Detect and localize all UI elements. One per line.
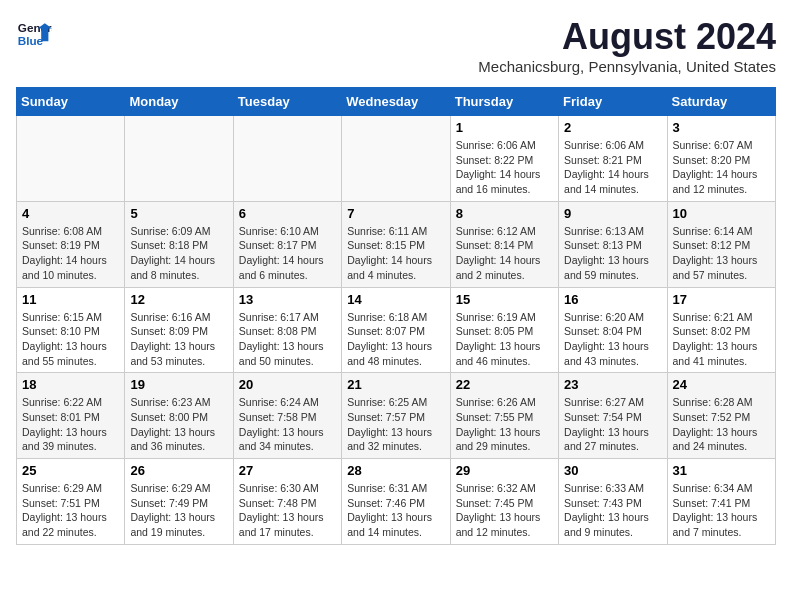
month-year: August 2024 bbox=[478, 16, 776, 58]
calendar-cell: 30Sunrise: 6:33 AMSunset: 7:43 PMDayligh… bbox=[559, 459, 667, 545]
calendar-cell bbox=[342, 116, 450, 202]
calendar-cell: 4Sunrise: 6:08 AMSunset: 8:19 PMDaylight… bbox=[17, 201, 125, 287]
day-number: 7 bbox=[347, 206, 444, 221]
title-area: August 2024 Mechanicsburg, Pennsylvania,… bbox=[478, 16, 776, 75]
day-number: 3 bbox=[673, 120, 770, 135]
day-info: Sunrise: 6:07 AMSunset: 8:20 PMDaylight:… bbox=[673, 138, 770, 197]
day-info: Sunrise: 6:17 AMSunset: 8:08 PMDaylight:… bbox=[239, 310, 336, 369]
day-info: Sunrise: 6:11 AMSunset: 8:15 PMDaylight:… bbox=[347, 224, 444, 283]
day-number: 26 bbox=[130, 463, 227, 478]
day-info: Sunrise: 6:30 AMSunset: 7:48 PMDaylight:… bbox=[239, 481, 336, 540]
calendar-week-5: 25Sunrise: 6:29 AMSunset: 7:51 PMDayligh… bbox=[17, 459, 776, 545]
day-number: 23 bbox=[564, 377, 661, 392]
day-header-saturday: Saturday bbox=[667, 88, 775, 116]
calendar-cell: 12Sunrise: 6:16 AMSunset: 8:09 PMDayligh… bbox=[125, 287, 233, 373]
day-info: Sunrise: 6:15 AMSunset: 8:10 PMDaylight:… bbox=[22, 310, 119, 369]
day-info: Sunrise: 6:24 AMSunset: 7:58 PMDaylight:… bbox=[239, 395, 336, 454]
calendar-cell: 13Sunrise: 6:17 AMSunset: 8:08 PMDayligh… bbox=[233, 287, 341, 373]
day-info: Sunrise: 6:31 AMSunset: 7:46 PMDaylight:… bbox=[347, 481, 444, 540]
day-info: Sunrise: 6:12 AMSunset: 8:14 PMDaylight:… bbox=[456, 224, 553, 283]
calendar-table: SundayMondayTuesdayWednesdayThursdayFrid… bbox=[16, 87, 776, 545]
calendar-cell: 14Sunrise: 6:18 AMSunset: 8:07 PMDayligh… bbox=[342, 287, 450, 373]
day-number: 20 bbox=[239, 377, 336, 392]
calendar-cell: 7Sunrise: 6:11 AMSunset: 8:15 PMDaylight… bbox=[342, 201, 450, 287]
calendar-cell: 9Sunrise: 6:13 AMSunset: 8:13 PMDaylight… bbox=[559, 201, 667, 287]
day-info: Sunrise: 6:19 AMSunset: 8:05 PMDaylight:… bbox=[456, 310, 553, 369]
calendar-cell: 28Sunrise: 6:31 AMSunset: 7:46 PMDayligh… bbox=[342, 459, 450, 545]
day-info: Sunrise: 6:34 AMSunset: 7:41 PMDaylight:… bbox=[673, 481, 770, 540]
calendar-cell: 29Sunrise: 6:32 AMSunset: 7:45 PMDayligh… bbox=[450, 459, 558, 545]
day-header-thursday: Thursday bbox=[450, 88, 558, 116]
day-info: Sunrise: 6:10 AMSunset: 8:17 PMDaylight:… bbox=[239, 224, 336, 283]
day-number: 29 bbox=[456, 463, 553, 478]
calendar-cell bbox=[125, 116, 233, 202]
day-number: 22 bbox=[456, 377, 553, 392]
day-info: Sunrise: 6:22 AMSunset: 8:01 PMDaylight:… bbox=[22, 395, 119, 454]
calendar-cell: 3Sunrise: 6:07 AMSunset: 8:20 PMDaylight… bbox=[667, 116, 775, 202]
calendar-cell: 21Sunrise: 6:25 AMSunset: 7:57 PMDayligh… bbox=[342, 373, 450, 459]
calendar-cell: 1Sunrise: 6:06 AMSunset: 8:22 PMDaylight… bbox=[450, 116, 558, 202]
calendar-cell: 11Sunrise: 6:15 AMSunset: 8:10 PMDayligh… bbox=[17, 287, 125, 373]
day-info: Sunrise: 6:16 AMSunset: 8:09 PMDaylight:… bbox=[130, 310, 227, 369]
calendar-cell bbox=[233, 116, 341, 202]
day-info: Sunrise: 6:21 AMSunset: 8:02 PMDaylight:… bbox=[673, 310, 770, 369]
logo: General Blue bbox=[16, 16, 52, 52]
day-info: Sunrise: 6:14 AMSunset: 8:12 PMDaylight:… bbox=[673, 224, 770, 283]
day-info: Sunrise: 6:09 AMSunset: 8:18 PMDaylight:… bbox=[130, 224, 227, 283]
calendar-cell: 6Sunrise: 6:10 AMSunset: 8:17 PMDaylight… bbox=[233, 201, 341, 287]
day-number: 4 bbox=[22, 206, 119, 221]
page-header: General Blue August 2024 Mechanicsburg, … bbox=[16, 16, 776, 75]
calendar-cell: 8Sunrise: 6:12 AMSunset: 8:14 PMDaylight… bbox=[450, 201, 558, 287]
calendar-header-row: SundayMondayTuesdayWednesdayThursdayFrid… bbox=[17, 88, 776, 116]
day-header-monday: Monday bbox=[125, 88, 233, 116]
day-number: 16 bbox=[564, 292, 661, 307]
calendar-cell bbox=[17, 116, 125, 202]
calendar-cell: 18Sunrise: 6:22 AMSunset: 8:01 PMDayligh… bbox=[17, 373, 125, 459]
day-header-tuesday: Tuesday bbox=[233, 88, 341, 116]
location: Mechanicsburg, Pennsylvania, United Stat… bbox=[478, 58, 776, 75]
day-number: 8 bbox=[456, 206, 553, 221]
svg-text:Blue: Blue bbox=[18, 34, 44, 47]
day-number: 10 bbox=[673, 206, 770, 221]
day-number: 14 bbox=[347, 292, 444, 307]
day-number: 5 bbox=[130, 206, 227, 221]
calendar-cell: 24Sunrise: 6:28 AMSunset: 7:52 PMDayligh… bbox=[667, 373, 775, 459]
calendar-cell: 20Sunrise: 6:24 AMSunset: 7:58 PMDayligh… bbox=[233, 373, 341, 459]
calendar-cell: 17Sunrise: 6:21 AMSunset: 8:02 PMDayligh… bbox=[667, 287, 775, 373]
day-info: Sunrise: 6:25 AMSunset: 7:57 PMDaylight:… bbox=[347, 395, 444, 454]
day-number: 2 bbox=[564, 120, 661, 135]
calendar-cell: 26Sunrise: 6:29 AMSunset: 7:49 PMDayligh… bbox=[125, 459, 233, 545]
day-header-wednesday: Wednesday bbox=[342, 88, 450, 116]
calendar-cell: 16Sunrise: 6:20 AMSunset: 8:04 PMDayligh… bbox=[559, 287, 667, 373]
calendar-cell: 25Sunrise: 6:29 AMSunset: 7:51 PMDayligh… bbox=[17, 459, 125, 545]
day-header-sunday: Sunday bbox=[17, 88, 125, 116]
day-info: Sunrise: 6:26 AMSunset: 7:55 PMDaylight:… bbox=[456, 395, 553, 454]
day-number: 27 bbox=[239, 463, 336, 478]
calendar-cell: 23Sunrise: 6:27 AMSunset: 7:54 PMDayligh… bbox=[559, 373, 667, 459]
day-number: 25 bbox=[22, 463, 119, 478]
calendar-week-3: 11Sunrise: 6:15 AMSunset: 8:10 PMDayligh… bbox=[17, 287, 776, 373]
calendar-cell: 19Sunrise: 6:23 AMSunset: 8:00 PMDayligh… bbox=[125, 373, 233, 459]
day-number: 12 bbox=[130, 292, 227, 307]
day-number: 13 bbox=[239, 292, 336, 307]
day-number: 28 bbox=[347, 463, 444, 478]
calendar-cell: 22Sunrise: 6:26 AMSunset: 7:55 PMDayligh… bbox=[450, 373, 558, 459]
calendar-cell: 10Sunrise: 6:14 AMSunset: 8:12 PMDayligh… bbox=[667, 201, 775, 287]
day-number: 6 bbox=[239, 206, 336, 221]
day-info: Sunrise: 6:28 AMSunset: 7:52 PMDaylight:… bbox=[673, 395, 770, 454]
day-number: 19 bbox=[130, 377, 227, 392]
day-info: Sunrise: 6:13 AMSunset: 8:13 PMDaylight:… bbox=[564, 224, 661, 283]
day-info: Sunrise: 6:06 AMSunset: 8:22 PMDaylight:… bbox=[456, 138, 553, 197]
calendar-cell: 5Sunrise: 6:09 AMSunset: 8:18 PMDaylight… bbox=[125, 201, 233, 287]
day-info: Sunrise: 6:29 AMSunset: 7:49 PMDaylight:… bbox=[130, 481, 227, 540]
day-number: 30 bbox=[564, 463, 661, 478]
day-info: Sunrise: 6:06 AMSunset: 8:21 PMDaylight:… bbox=[564, 138, 661, 197]
day-number: 1 bbox=[456, 120, 553, 135]
calendar-week-2: 4Sunrise: 6:08 AMSunset: 8:19 PMDaylight… bbox=[17, 201, 776, 287]
day-number: 24 bbox=[673, 377, 770, 392]
day-number: 9 bbox=[564, 206, 661, 221]
logo-icon: General Blue bbox=[16, 16, 52, 52]
day-info: Sunrise: 6:29 AMSunset: 7:51 PMDaylight:… bbox=[22, 481, 119, 540]
day-info: Sunrise: 6:27 AMSunset: 7:54 PMDaylight:… bbox=[564, 395, 661, 454]
calendar-cell: 15Sunrise: 6:19 AMSunset: 8:05 PMDayligh… bbox=[450, 287, 558, 373]
